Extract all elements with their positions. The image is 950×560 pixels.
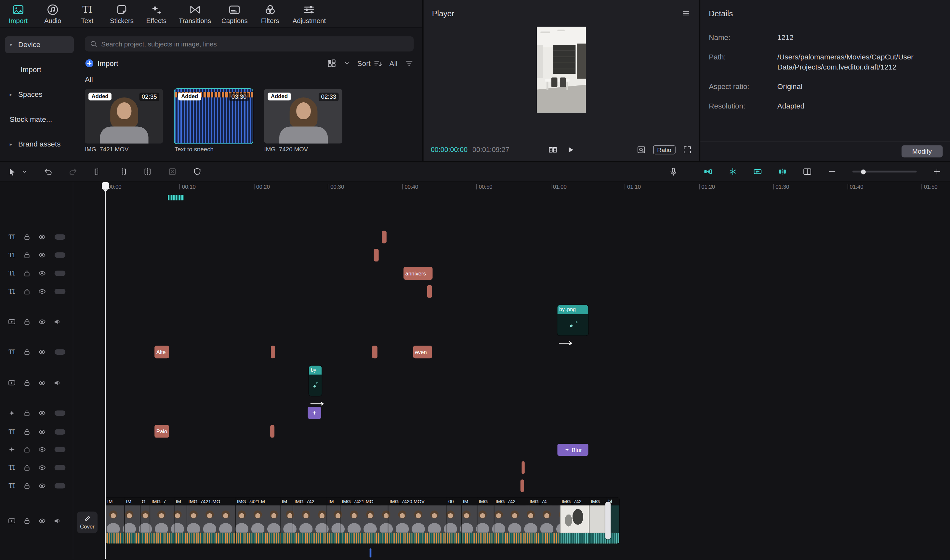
media-main: Import Sort All All Ad bbox=[79, 28, 423, 161]
text-clip[interactable] bbox=[427, 285, 432, 298]
playhead[interactable] bbox=[102, 182, 109, 189]
import-label: Import bbox=[97, 59, 118, 68]
tool-label: Import bbox=[9, 17, 28, 24]
ratio-button[interactable]: Ratio bbox=[653, 145, 675, 154]
sidebar-item-import[interactable]: Import bbox=[5, 61, 74, 78]
tool-stickers[interactable]: Stickers bbox=[109, 3, 134, 24]
app-window: ImportAudioTITextStickersEffectsTransiti… bbox=[0, 0, 950, 560]
video-preview[interactable] bbox=[537, 27, 586, 113]
media-filename: IMG_7421.MOV bbox=[85, 145, 163, 151]
media-filenames: IMG_7421.MOVText to speechIMG_7420.MOV bbox=[85, 145, 414, 151]
filter-icon[interactable] bbox=[405, 59, 414, 68]
media-controls: Import Sort All bbox=[85, 59, 414, 68]
collapsed-clip[interactable] bbox=[168, 195, 184, 200]
tool-label: Text bbox=[81, 17, 94, 24]
tool-adjustment[interactable]: Adjustment bbox=[293, 3, 326, 24]
chevron-right-icon: ▸ bbox=[10, 141, 15, 147]
preview-room-image bbox=[537, 27, 586, 113]
grid-view-icon[interactable] bbox=[327, 59, 336, 68]
audio-waveform bbox=[105, 533, 619, 544]
sidebar-item-brand-assets[interactable]: ▸Brand assets bbox=[5, 135, 74, 152]
timeline: 00:0000:1000:2000:3000:4000:5001:0001:10… bbox=[0, 162, 950, 559]
text-clip[interactable]: Palo bbox=[154, 425, 169, 437]
clip-filename: IMG_742 bbox=[561, 499, 581, 505]
image-clip[interactable]: by..png bbox=[557, 305, 588, 335]
sort-label: Sort bbox=[357, 59, 371, 68]
text-clip[interactable] bbox=[372, 346, 378, 358]
tool-captions[interactable]: Captions bbox=[221, 3, 248, 24]
clip-filename: IMG bbox=[478, 499, 488, 505]
details-panel: Details Name: 1212 Path: /Users/palomame… bbox=[700, 0, 950, 161]
sidebar-item-spaces[interactable]: ▸Spaces bbox=[5, 86, 74, 103]
media-card[interactable]: Added03:30 bbox=[174, 89, 253, 143]
timeline-marker[interactable] bbox=[370, 548, 372, 557]
play-button[interactable] bbox=[566, 145, 575, 154]
fullscreen-icon[interactable] bbox=[683, 145, 692, 154]
text-clip[interactable]: Alte bbox=[154, 346, 169, 358]
main-video-track[interactable]: IMIMGIMG_7IMIMG_7421.MOIMG_7421.MIMIMG_7… bbox=[105, 498, 619, 544]
detail-row-name: Name: 1212 bbox=[709, 33, 942, 43]
tool-label: Stickers bbox=[110, 17, 134, 24]
detail-row-aspect-ratio: Aspect ratio: Original bbox=[709, 82, 942, 92]
text-clip[interactable]: annivers bbox=[404, 267, 432, 280]
tool-filters[interactable]: Filters bbox=[258, 3, 282, 24]
sidebar-item-device[interactable]: ▾Device bbox=[5, 36, 74, 53]
effect-label: Blur bbox=[572, 446, 582, 453]
added-badge: Added bbox=[88, 92, 111, 100]
modify-button[interactable]: Modify bbox=[901, 145, 942, 157]
text-clip[interactable] bbox=[374, 249, 379, 262]
effect-clip[interactable]: Blur bbox=[557, 444, 588, 456]
clip-filename: IM bbox=[328, 499, 334, 505]
tool-label: Adjustment bbox=[293, 17, 326, 24]
tool-transitions[interactable]: Transitions bbox=[179, 3, 211, 24]
text-clip[interactable] bbox=[271, 346, 275, 358]
preview-zoom-icon[interactable] bbox=[637, 145, 646, 154]
menu-icon[interactable] bbox=[681, 8, 691, 18]
text-clip[interactable] bbox=[521, 480, 524, 492]
clip-filename: IMG_742 bbox=[495, 499, 515, 505]
sort-button[interactable]: Sort bbox=[357, 59, 382, 68]
media-card[interactable]: Added02:35 bbox=[85, 89, 163, 143]
clip-filename: IMG_7421.MO bbox=[188, 499, 221, 505]
transitions-icon bbox=[189, 3, 201, 15]
chevron-right-icon: ▸ bbox=[10, 92, 15, 97]
total-timecode: 00:01:09:27 bbox=[472, 146, 509, 153]
text-clip[interactable] bbox=[382, 231, 387, 243]
duration-badge: 02:33 bbox=[319, 92, 339, 101]
text-icon: TI bbox=[81, 3, 93, 15]
media-filename: IMG_7420.MOV bbox=[264, 145, 342, 151]
sidebar-item-stock-mate[interactable]: Stock mate... bbox=[5, 111, 74, 128]
chevron-down-icon[interactable] bbox=[343, 60, 350, 66]
clip-segment-room bbox=[560, 505, 589, 533]
effect-clip[interactable] bbox=[308, 407, 321, 419]
effect-icon bbox=[312, 410, 318, 416]
cover-button[interactable]: Cover bbox=[77, 512, 97, 533]
import-media-icon bbox=[12, 3, 24, 15]
clip-filename: IM bbox=[107, 499, 113, 505]
text-clip[interactable]: even bbox=[413, 346, 432, 358]
import-media-button[interactable]: Import bbox=[85, 59, 118, 68]
tool-audio[interactable]: Audio bbox=[41, 3, 65, 24]
audio-icon bbox=[46, 3, 59, 15]
image-clip[interactable]: by bbox=[309, 366, 322, 396]
text-clip[interactable] bbox=[270, 425, 275, 437]
tool-label: Audio bbox=[44, 17, 61, 24]
sidebar-item-label: Stock mate... bbox=[10, 115, 52, 123]
media-cards: Added02:35Added03:30Added02:33 bbox=[85, 89, 414, 143]
tool-text[interactable]: TIText bbox=[75, 3, 99, 24]
search-input[interactable] bbox=[101, 40, 409, 48]
search-field[interactable] bbox=[85, 36, 414, 52]
detail-row-path: Path: /Users/palomameras/Movies/CapCut/U… bbox=[709, 52, 942, 72]
sidebar-item-label: Brand assets bbox=[18, 140, 61, 148]
filter-all-dropdown[interactable]: All bbox=[390, 59, 398, 68]
multi-frame-icon[interactable] bbox=[548, 145, 557, 154]
text-clip[interactable] bbox=[521, 461, 524, 474]
sidebar-item-label: Import bbox=[20, 65, 41, 74]
timeline-content: anniversby..pngAlteevenbyPaloBlurIMIMGIM… bbox=[0, 162, 950, 559]
tool-import[interactable]: Import bbox=[6, 3, 31, 24]
tool-effects[interactable]: Effects bbox=[144, 3, 169, 24]
tool-label: Effects bbox=[146, 17, 167, 24]
tool-label: Transitions bbox=[179, 17, 211, 24]
transition-marker[interactable] bbox=[605, 502, 611, 540]
media-card[interactable]: Added02:33 bbox=[264, 89, 342, 143]
